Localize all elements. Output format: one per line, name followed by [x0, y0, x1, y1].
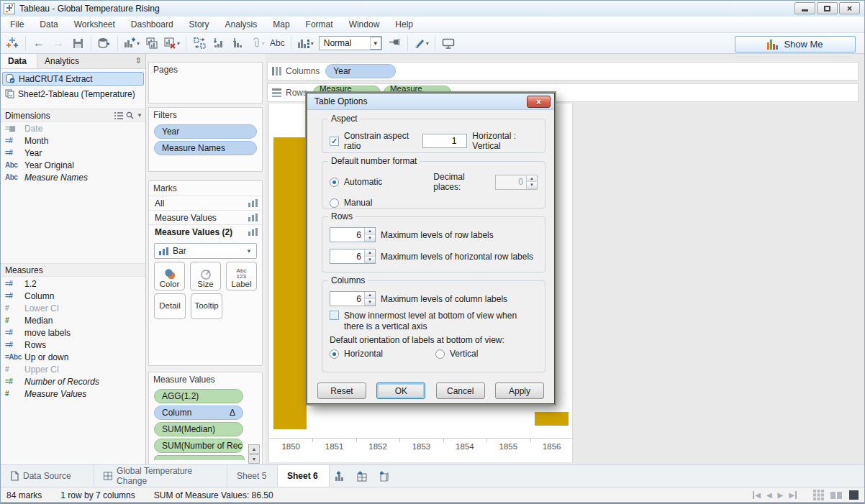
field-measure-values[interactable]: #Measure Values	[1, 388, 145, 400]
new-worksheet-tab-button[interactable]	[330, 465, 351, 487]
automatic-radio[interactable]	[330, 178, 339, 187]
spin-up-icon[interactable]: ▲	[365, 249, 375, 257]
scroll-up-button[interactable]: ▲	[248, 444, 260, 454]
filter-pill-measure-names[interactable]: Measure Names	[154, 141, 257, 155]
bar-mark-1856[interactable]	[535, 412, 569, 426]
maximize-button[interactable]	[817, 2, 838, 14]
group-members-button[interactable]: ▾	[249, 35, 266, 52]
spin-down-icon[interactable]: ▼	[365, 235, 375, 242]
tab-data[interactable]: Data	[1, 54, 37, 68]
show-tabs-icon[interactable]	[849, 490, 859, 500]
duplicate-sheet-button[interactable]	[143, 35, 160, 52]
reset-button[interactable]: Reset	[317, 382, 366, 399]
mark-type-dropdown[interactable]: Bar ▼	[154, 243, 257, 259]
spin-down-icon[interactable]: ▼	[365, 299, 375, 306]
field-up-or-down[interactable]: =AbcUp or down	[1, 351, 145, 363]
columns-pill-year[interactable]: Year	[325, 64, 396, 78]
show-innermost-checkbox[interactable]: ✓	[330, 311, 339, 320]
field-lower-ci[interactable]: #Lower CI	[1, 302, 145, 314]
menu-format[interactable]: Format	[298, 19, 341, 29]
detail-button[interactable]: Detail	[154, 293, 186, 319]
data-source-item[interactable]: HadCRUT4 Extract	[2, 72, 144, 86]
new-worksheet-button[interactable]: ▾	[122, 35, 141, 52]
dialog-close-button[interactable]: ×	[527, 96, 551, 108]
field-year-original[interactable]: AbcYear Original	[1, 159, 145, 171]
tab-analytics[interactable]: Analytics	[37, 54, 89, 68]
last-sheet-icon[interactable]: ▶	[789, 491, 797, 499]
measure-values-pill-sum-number-of-records[interactable]: SUM(Number of Recor..	[154, 439, 243, 453]
sort-ascending-button[interactable]	[210, 35, 227, 52]
spin-down-icon[interactable]: ▼	[365, 257, 375, 264]
view-as-list-icon[interactable]	[114, 112, 123, 119]
previous-sheet-icon[interactable]: ◀	[766, 491, 772, 499]
show-mark-labels-button[interactable]: Abc	[268, 35, 286, 52]
field-median[interactable]: #Median	[1, 314, 145, 326]
highlight-button[interactable]: ▾	[412, 35, 430, 52]
show-filmstrip-icon[interactable]	[830, 490, 843, 500]
menu-dashboard[interactable]: Dashboard	[123, 19, 181, 29]
field-measure-names[interactable]: AbcMeasure Names	[1, 171, 145, 183]
data-source-item[interactable]: Sheet2-Tableau (Temperature)	[2, 87, 144, 101]
menu-map[interactable]: Map	[265, 19, 297, 29]
clear-sheet-button[interactable]: ▾	[163, 35, 181, 52]
marks-row-all[interactable]: All	[149, 196, 262, 210]
redo-button[interactable]: →	[50, 35, 67, 52]
decimal-places-value[interactable]	[496, 175, 526, 189]
menu-file[interactable]: File	[2, 19, 32, 29]
measure-values-pill-partial[interactable]	[154, 455, 245, 460]
minimize-button[interactable]	[794, 2, 815, 14]
show-sheet-sorter-icon[interactable]	[813, 490, 824, 500]
size-button[interactable]: Size	[190, 262, 221, 290]
show-me-button[interactable]: Show Me	[735, 36, 856, 52]
tab-sheet-5[interactable]: Sheet 5	[227, 465, 278, 487]
menu-worksheet[interactable]: Worksheet	[66, 19, 123, 29]
max-column-labels-value[interactable]	[330, 292, 364, 306]
field-number-of-records[interactable]: =#Number of Records	[1, 375, 145, 388]
max-row-labels-spinner[interactable]: ▲▼	[330, 227, 376, 242]
presentation-mode-button[interactable]	[440, 35, 457, 52]
tab-sheet-6[interactable]: Sheet 6	[278, 465, 330, 487]
field-column[interactable]: =#Column	[1, 290, 145, 302]
tab-global-temperature-change[interactable]: Global Temperature Change	[94, 465, 227, 487]
field-move-labels[interactable]: =#move labels	[1, 326, 145, 339]
pane-toggle-icon[interactable]: ⇕	[135, 54, 145, 68]
cancel-button[interactable]: Cancel	[436, 382, 485, 399]
measure-values-pill-agg-1-2[interactable]: AGG(1.2)	[154, 389, 243, 403]
new-data-source-button[interactable]	[96, 35, 113, 52]
field-upper-ci[interactable]: #Upper CI	[1, 363, 145, 375]
find-field-icon[interactable]	[126, 111, 134, 119]
ok-button[interactable]: OK	[376, 382, 425, 399]
tooltip-button[interactable]: Tooltip	[191, 293, 222, 319]
horizontal-radio[interactable]	[330, 349, 339, 359]
fix-axes-button[interactable]	[386, 35, 403, 52]
field-year[interactable]: =#Year	[1, 147, 145, 159]
menu-analysis[interactable]: Analysis	[217, 19, 266, 29]
dialog-title-bar[interactable]: Table Options ×	[307, 93, 554, 110]
scroll-down-button[interactable]: ▼	[248, 454, 260, 464]
new-story-tab-button[interactable]	[373, 465, 394, 487]
constrain-aspect-checkbox[interactable]: ✓	[330, 137, 339, 146]
first-sheet-icon[interactable]: ◀	[753, 491, 761, 499]
field-rows[interactable]: =#Rows	[1, 339, 145, 351]
undo-button[interactable]: ←	[30, 35, 47, 52]
field-1-2[interactable]: =#1.2	[1, 278, 145, 290]
menu-story[interactable]: Story	[181, 19, 217, 29]
marks-row-measure-values-2[interactable]: Measure Values (2)	[149, 224, 262, 239]
decimal-places-spinner[interactable]: ▲▼	[495, 175, 538, 190]
max-row-labels-value[interactable]	[330, 228, 364, 242]
spin-up-icon[interactable]: ▲	[365, 228, 375, 235]
spin-up-icon[interactable]: ▲	[365, 292, 375, 299]
apply-button[interactable]: Apply	[495, 382, 544, 399]
bar-mark-1850[interactable]	[273, 137, 307, 429]
measure-values-pill-sum-median[interactable]: SUM(Median)	[154, 422, 243, 436]
new-dashboard-tab-button[interactable]	[351, 465, 373, 487]
tab-data-source[interactable]: Data Source	[1, 465, 94, 487]
close-button[interactable]: ×	[839, 2, 860, 14]
fit-button[interactable]: ▾	[296, 35, 315, 52]
marks-row-measure-values[interactable]: Measure Values	[149, 210, 262, 224]
menu-data[interactable]: Data	[32, 19, 65, 29]
swap-axes-button[interactable]	[191, 35, 208, 52]
save-button[interactable]	[69, 35, 86, 52]
max-horizontal-row-labels-value[interactable]	[330, 249, 364, 263]
label-button[interactable]: Abc123 Label	[226, 262, 257, 290]
